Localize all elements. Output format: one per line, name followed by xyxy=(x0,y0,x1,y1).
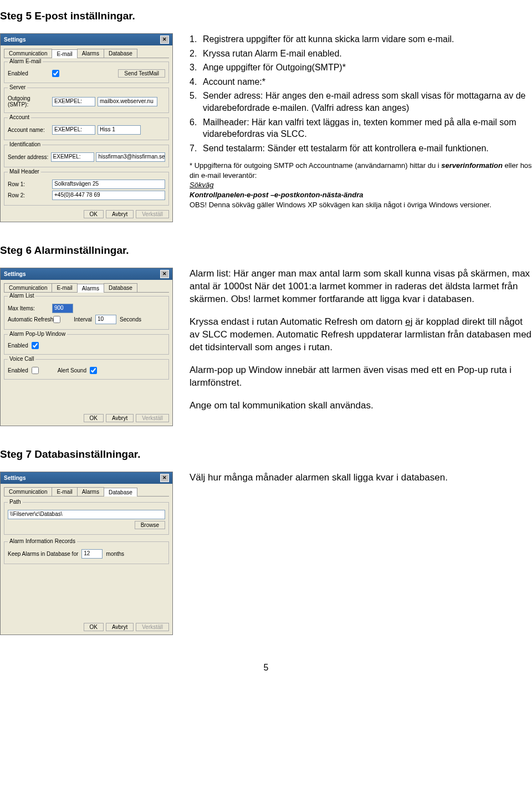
tabs-row: Communication E-mail Alarms Database xyxy=(4,283,169,293)
apply-button[interactable]: Verkställ xyxy=(136,414,169,422)
max-items-input[interactable]: 900 xyxy=(52,304,73,313)
group-title: Server xyxy=(8,84,27,90)
group-title: Mail Header xyxy=(8,168,41,175)
enabled-label: Enabled xyxy=(8,70,52,76)
tab-email[interactable]: E-mail xyxy=(52,283,77,292)
group-records: Alarm Information Records Keep Alarms in… xyxy=(4,541,169,564)
cancel-button[interactable]: Avbryt xyxy=(106,623,134,631)
popup-enabled-checkbox[interactable] xyxy=(32,342,39,349)
months-label: months xyxy=(106,551,124,557)
tab-database[interactable]: Database xyxy=(104,49,137,58)
list-num: 3. xyxy=(190,62,203,74)
row1-input[interactable]: Solkraftsvägen 25 xyxy=(52,180,165,189)
para: Alarm list: Här anger man max antal larm… xyxy=(190,268,532,306)
row1-label: Row 1: xyxy=(8,181,52,187)
sender-input2[interactable]: hissfirman3@hissfirman.se xyxy=(96,152,165,162)
close-icon[interactable]: ✕ xyxy=(160,270,169,278)
group-title: Identification xyxy=(8,141,42,147)
account-input[interactable]: EXEMPEL: xyxy=(52,125,95,135)
tab-communication[interactable]: Communication xyxy=(4,487,52,496)
dialog-title: Settings xyxy=(4,475,25,481)
path-input[interactable]: \\Filserver\c\Databas\ xyxy=(8,510,165,519)
tab-alarms[interactable]: Alarms xyxy=(77,487,104,496)
tabs-row: Communication E-mail Alarms Database xyxy=(4,49,169,58)
auto-refresh-label: Automatic Refresh xyxy=(8,316,53,323)
group-account: Account Account name: EXEMPEL: Hiss 1 xyxy=(4,117,169,140)
para: Ange om tal kommunikation skall användas… xyxy=(190,400,532,412)
row2-input[interactable]: +45(0)8-447 78 69 xyxy=(52,191,165,200)
list-num: 1. xyxy=(190,33,203,45)
instruction-list: 1.Registrera uppgifter för att kunna ski… xyxy=(190,33,532,154)
group-title: Voice Call xyxy=(8,356,35,362)
step6-text: Alarm list: Här anger man max antal larm… xyxy=(190,268,532,422)
group-identification: Identification Sender address: EXEMPEL: … xyxy=(4,145,169,167)
voice-enabled-checkbox[interactable] xyxy=(32,367,39,374)
note-text: * Uppgifterna för outgoing SMTP och Acco… xyxy=(190,161,441,170)
para: Välj hur många månader alarmen skall lig… xyxy=(190,472,532,484)
cancel-button[interactable]: Avbryt xyxy=(106,414,134,422)
keep-input[interactable]: 12 xyxy=(81,549,103,559)
dialog-titlebar: Settings ✕ xyxy=(1,34,172,45)
tab-alarms[interactable]: Alarms xyxy=(77,284,104,293)
tab-communication[interactable]: Communication xyxy=(4,49,52,58)
alert-sound-label: Alert Sound xyxy=(58,367,86,374)
tab-email[interactable]: E-mail xyxy=(52,487,77,496)
list-text: Account name:* xyxy=(203,76,265,88)
apply-button[interactable]: Verkställ xyxy=(136,210,169,218)
send-testmail-button[interactable]: Send TestMail xyxy=(118,69,165,78)
tabs-row: Communication E-mail Alarms Database xyxy=(4,487,169,497)
list-num: 4. xyxy=(190,76,203,88)
group-voice: Voice Call Enabled Alert Sound xyxy=(4,359,169,380)
browse-button[interactable]: Browse xyxy=(135,521,165,529)
step7-text: Välj hur många månader alarmen skall lig… xyxy=(190,472,532,494)
outgoing-label: Outgoing (SMTP): xyxy=(8,95,52,108)
group-server: Server Outgoing (SMTP): EXEMPEL: mailbox… xyxy=(4,88,169,113)
enabled-label: Enabled xyxy=(8,367,28,374)
list-num: 2. xyxy=(190,48,203,60)
tab-database[interactable]: Database xyxy=(104,283,137,292)
apply-button[interactable]: Verkställ xyxy=(136,623,169,631)
close-icon[interactable]: ✕ xyxy=(160,474,169,482)
account-input2[interactable]: Hiss 1 xyxy=(98,125,141,135)
sender-input[interactable]: EXEMPEL: xyxy=(51,152,94,162)
group-popup: Alarm Pop-Up Window Enabled xyxy=(4,334,169,355)
close-icon[interactable]: ✕ xyxy=(160,35,169,44)
note-sokvag: Sökväg xyxy=(190,181,213,189)
tab-communication[interactable]: Communication xyxy=(4,283,52,292)
ok-button[interactable]: OK xyxy=(84,210,104,218)
settings-dialog-database: Settings ✕ Communication E-mail Alarms D… xyxy=(0,472,173,635)
dialog-title: Settings xyxy=(4,37,25,43)
ok-button[interactable]: OK xyxy=(84,623,104,631)
max-items-label: Max Items: xyxy=(8,305,52,311)
row2-label: Row 2: xyxy=(8,192,52,198)
step5-section: Settings ✕ Communication E-mail Alarms D… xyxy=(0,33,532,222)
note-obs: OBS! Denna sökväg gäller Windows XP sökv… xyxy=(190,201,492,209)
list-num: 5. xyxy=(190,90,203,114)
dialog-titlebar: Settings ✕ xyxy=(1,268,172,280)
group-alarm-list: Alarm List Max Items: 900 Automatic Refr… xyxy=(4,296,169,330)
settings-dialog-alarms: Settings ✕ Communication E-mail Alarms D… xyxy=(0,268,173,426)
alert-sound-checkbox[interactable] xyxy=(90,367,97,374)
list-text: Mailheader: Här kan valfri text läggas i… xyxy=(203,116,532,140)
seconds-label: Seconds xyxy=(120,316,141,323)
auto-refresh-checkbox[interactable] xyxy=(53,316,60,323)
footnote: * Uppgifterna för outgoing SMTP och Acco… xyxy=(190,161,532,209)
tab-alarms[interactable]: Alarms xyxy=(77,49,104,58)
group-title: Alarm List xyxy=(8,293,35,299)
para: Kryssa endast i rutan Automatic Refresh … xyxy=(190,316,532,354)
step7-section: Settings ✕ Communication E-mail Alarms D… xyxy=(0,472,532,635)
step5-text: 1.Registrera uppgifter för att kunna ski… xyxy=(190,33,532,209)
outgoing-input[interactable]: EXEMPEL: xyxy=(52,97,95,106)
step6-heading: Steg 6 Alarminställningar. xyxy=(0,244,532,257)
enabled-checkbox[interactable] xyxy=(52,70,59,77)
tab-email[interactable]: E-mail xyxy=(52,49,77,58)
list-text: Ange uppgifter för Outgoing(SMTP)* xyxy=(203,62,346,74)
tab-database[interactable]: Database xyxy=(104,488,137,497)
group-alarm-email: Alarm E-mail Enabled Send TestMail xyxy=(4,62,169,83)
outgoing-input2[interactable]: mailbox.webserver.nu xyxy=(98,97,157,106)
para: Alarm-pop up Window innebär att larmen ä… xyxy=(190,364,532,390)
ok-button[interactable]: OK xyxy=(84,414,104,422)
list-text: Sender adress: Här anges den e-mail adre… xyxy=(203,90,532,114)
interval-input[interactable]: 10 xyxy=(95,315,116,324)
cancel-button[interactable]: Avbryt xyxy=(106,210,134,218)
